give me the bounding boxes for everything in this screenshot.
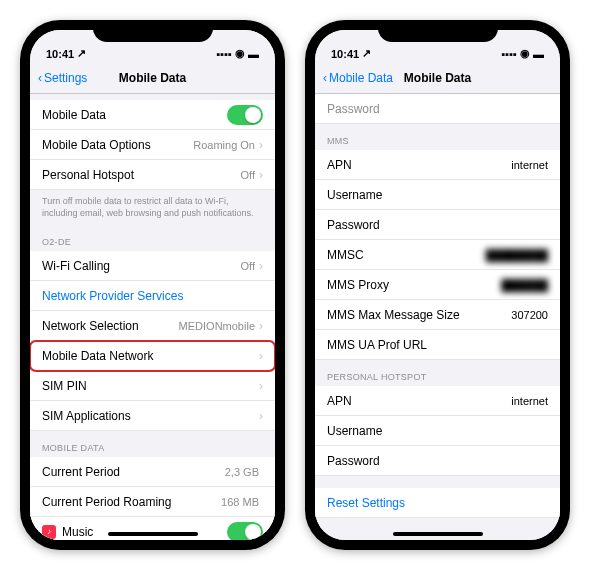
mms-max-value: 307200 xyxy=(511,309,548,321)
ph-password-cell[interactable]: Password xyxy=(315,446,560,476)
sim-pin-cell[interactable]: SIM PIN › xyxy=(30,371,275,401)
nav-bar: ‹ Mobile Data Mobile Data xyxy=(315,62,560,94)
music-toggle[interactable] xyxy=(227,522,263,540)
mobile-data-options-cell[interactable]: Mobile Data Options Roaming On › xyxy=(30,130,275,160)
password-cell-partial[interactable]: Password xyxy=(315,94,560,124)
signal-icon: ▪▪▪▪ xyxy=(501,48,517,60)
mobile-data-toggle-cell[interactable]: Mobile Data xyxy=(30,100,275,130)
mms-proxy-cell[interactable]: MMS Proxy ██████ xyxy=(315,270,560,300)
back-button[interactable]: ‹ Settings xyxy=(38,71,87,85)
mms-ua-label: MMS UA Prof URL xyxy=(327,338,427,352)
music-label: Music xyxy=(62,525,93,539)
ph-username-cell[interactable]: Username xyxy=(315,416,560,446)
ph-apn-cell[interactable]: APN internet xyxy=(315,386,560,416)
mms-group-label: MMS xyxy=(315,124,560,150)
phone-right: 10:41 ↗ ▪▪▪▪ ◉ ▬ ‹ Mobile Data Mobile Da… xyxy=(305,20,570,550)
location-icon: ↗ xyxy=(362,47,371,60)
roaming-value: 168 MB xyxy=(221,496,259,508)
sim-pin-label: SIM PIN xyxy=(42,379,87,393)
network-selection-value: MEDIONmobile xyxy=(179,320,255,332)
mobile-data-toggle[interactable] xyxy=(227,105,263,125)
music-cell[interactable]: ♪ Music xyxy=(30,517,275,540)
chevron-left-icon: ‹ xyxy=(323,71,327,85)
screen-right: 10:41 ↗ ▪▪▪▪ ◉ ▬ ‹ Mobile Data Mobile Da… xyxy=(315,30,560,540)
mobile-data-group-label: MOBILE DATA xyxy=(30,431,275,457)
wifi-calling-label: Wi-Fi Calling xyxy=(42,259,110,273)
content-right[interactable]: Password MMS APN internet Username Passw… xyxy=(315,94,560,540)
provider-services-cell[interactable]: Network Provider Services xyxy=(30,281,275,311)
password-label: Password xyxy=(327,102,380,116)
current-period-cell[interactable]: Current Period 2,3 GB xyxy=(30,457,275,487)
back-label: Settings xyxy=(44,71,87,85)
mmsc-cell[interactable]: MMSC ████████ xyxy=(315,240,560,270)
page-title: Mobile Data xyxy=(119,71,186,85)
mms-proxy-label: MMS Proxy xyxy=(327,278,389,292)
current-period-label: Current Period xyxy=(42,465,120,479)
page-title: Mobile Data xyxy=(404,71,471,85)
help-text: Turn off mobile data to restrict all dat… xyxy=(30,190,275,225)
screen-left: 10:41 ↗ ▪▪▪▪ ◉ ▬ ‹ Settings Mobile Data … xyxy=(30,30,275,540)
chevron-right-icon: › xyxy=(259,138,263,152)
mms-apn-cell[interactable]: APN internet xyxy=(315,150,560,180)
mmsc-label: MMSC xyxy=(327,248,364,262)
notch xyxy=(93,20,213,42)
home-indicator[interactable] xyxy=(393,532,483,536)
signal-icon: ▪▪▪▪ xyxy=(216,48,232,60)
nav-bar: ‹ Settings Mobile Data xyxy=(30,62,275,94)
back-button[interactable]: ‹ Mobile Data xyxy=(323,71,393,85)
mms-password-cell[interactable]: Password xyxy=(315,210,560,240)
mms-username-cell[interactable]: Username xyxy=(315,180,560,210)
battery-icon: ▬ xyxy=(248,48,259,60)
battery-icon: ▬ xyxy=(533,48,544,60)
chevron-right-icon: › xyxy=(259,349,263,363)
content-left[interactable]: Mobile Data Mobile Data Options Roaming … xyxy=(30,94,275,540)
roaming-label: Current Period Roaming xyxy=(42,495,171,509)
mms-ua-cell[interactable]: MMS UA Prof URL xyxy=(315,330,560,360)
music-icon: ♪ xyxy=(42,525,56,539)
carrier-group-label: O2-DE xyxy=(30,225,275,251)
sim-apps-label: SIM Applications xyxy=(42,409,131,423)
options-value: Roaming On xyxy=(193,139,255,151)
chevron-right-icon: › xyxy=(259,168,263,182)
hotspot-label: Personal Hotspot xyxy=(42,168,134,182)
mobile-data-label: Mobile Data xyxy=(42,108,106,122)
apn-label: APN xyxy=(327,158,352,172)
phone-left: 10:41 ↗ ▪▪▪▪ ◉ ▬ ‹ Settings Mobile Data … xyxy=(20,20,285,550)
password-label: Password xyxy=(327,454,380,468)
status-time: 10:41 xyxy=(46,48,74,60)
provider-services-label: Network Provider Services xyxy=(42,289,183,303)
personal-hotspot-group-label: PERSONAL HOTSPOT xyxy=(315,360,560,386)
sim-apps-cell[interactable]: SIM Applications › xyxy=(30,401,275,431)
username-label: Username xyxy=(327,424,382,438)
personal-hotspot-cell[interactable]: Personal Hotspot Off › xyxy=(30,160,275,190)
mms-max-cell[interactable]: MMS Max Message Size 307200 xyxy=(315,300,560,330)
mmsc-value: ████████ xyxy=(486,249,548,261)
wifi-calling-value: Off xyxy=(241,260,255,272)
back-label: Mobile Data xyxy=(329,71,393,85)
mobile-data-network-label: Mobile Data Network xyxy=(42,349,153,363)
chevron-right-icon: › xyxy=(259,319,263,333)
options-label: Mobile Data Options xyxy=(42,138,151,152)
reset-settings-cell[interactable]: Reset Settings xyxy=(315,488,560,518)
hotspot-value: Off xyxy=(241,169,255,181)
mms-max-label: MMS Max Message Size xyxy=(327,308,460,322)
status-time: 10:41 xyxy=(331,48,359,60)
network-selection-cell[interactable]: Network Selection MEDIONmobile › xyxy=(30,311,275,341)
chevron-right-icon: › xyxy=(259,259,263,273)
chevron-left-icon: ‹ xyxy=(38,71,42,85)
wifi-icon: ◉ xyxy=(520,47,530,60)
chevron-right-icon: › xyxy=(259,379,263,393)
mobile-data-network-cell[interactable]: Mobile Data Network › xyxy=(30,341,275,371)
home-indicator[interactable] xyxy=(108,532,198,536)
mms-proxy-value: ██████ xyxy=(501,279,548,291)
wifi-calling-cell[interactable]: Wi-Fi Calling Off › xyxy=(30,251,275,281)
network-selection-label: Network Selection xyxy=(42,319,139,333)
reset-label: Reset Settings xyxy=(327,496,405,510)
chevron-right-icon: › xyxy=(259,409,263,423)
notch xyxy=(378,20,498,42)
current-period-roaming-cell[interactable]: Current Period Roaming 168 MB xyxy=(30,487,275,517)
apn-value: internet xyxy=(511,159,548,171)
apn-label: APN xyxy=(327,394,352,408)
apn-value: internet xyxy=(511,395,548,407)
current-period-value: 2,3 GB xyxy=(225,466,259,478)
